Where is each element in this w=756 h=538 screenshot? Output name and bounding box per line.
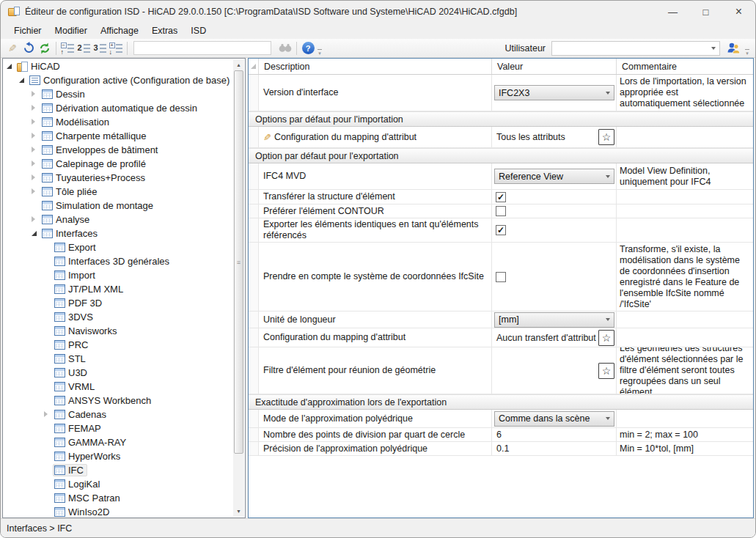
attribute-filter-button[interactable]: ☆ xyxy=(598,330,614,346)
tree-item[interactable]: ANSYS Workbench xyxy=(3,394,233,408)
tree-item[interactable]: PRC xyxy=(3,338,233,352)
config-row[interactable]: Mode de l'approximation polyédriqueComme… xyxy=(249,410,753,428)
tree-item[interactable]: Import xyxy=(3,268,233,282)
config-row[interactable]: Nombre des points de division par quart … xyxy=(249,428,753,442)
column-header-commentaire[interactable]: Commentaire xyxy=(617,59,753,74)
value-checkbox[interactable]: ✓ xyxy=(496,192,506,202)
config-row[interactable]: Prendre en compte le système de coordonn… xyxy=(249,243,753,312)
scrollbar-thumb[interactable]: ≡ xyxy=(234,70,243,454)
tree-item[interactable]: Calepinage de profilé xyxy=(3,157,233,171)
undo-button[interactable] xyxy=(21,40,37,56)
expander-collapsed-icon[interactable] xyxy=(30,160,38,168)
expander-collapsed-icon[interactable] xyxy=(30,174,38,182)
expander-expanded-icon[interactable] xyxy=(30,229,38,237)
value-checkbox[interactable]: ✓ xyxy=(496,225,506,235)
expander-collapsed-icon[interactable] xyxy=(43,410,51,419)
tree-item[interactable]: Modélisation xyxy=(3,115,233,129)
tree-item[interactable]: Interfaces xyxy=(3,226,233,240)
tree-item[interactable]: Tuyauteries+Process xyxy=(3,171,233,185)
config-row[interactable]: Transférer la structure d'élément✓ xyxy=(249,190,753,204)
tree-item[interactable]: VRML xyxy=(3,380,233,394)
expander-collapsed-icon[interactable] xyxy=(30,90,38,98)
value-checkbox[interactable] xyxy=(496,206,506,216)
help-button[interactable]: ? xyxy=(300,40,316,56)
tree-item[interactable]: Dessin xyxy=(3,87,233,101)
expand-level-2-button[interactable]: 2 xyxy=(76,40,92,56)
tree-item[interactable]: Configuration active (Configuration de b… xyxy=(3,73,233,87)
minimize-button[interactable]: — xyxy=(656,1,689,23)
config-row[interactable]: Unité de longueur[mm] xyxy=(249,312,753,328)
close-button[interactable]: × xyxy=(722,1,755,23)
refresh-button[interactable] xyxy=(37,40,53,56)
value-checkbox[interactable] xyxy=(496,272,506,282)
value-combobox[interactable]: Reference View xyxy=(494,169,614,184)
tree-item[interactable]: JT/PLM XML xyxy=(3,282,233,296)
select-all-corner[interactable] xyxy=(249,59,259,74)
config-row[interactable]: ✎Configuration du mapping d'attributTous… xyxy=(249,127,753,148)
config-row[interactable]: Configuration du mapping d'attributAucun… xyxy=(249,328,753,347)
tree-item[interactable]: Navisworks xyxy=(3,324,233,338)
search-input[interactable] xyxy=(133,41,271,55)
value-combobox[interactable]: Comme dans la scène xyxy=(494,411,614,427)
tree-item[interactable]: Interfaces 3D générales xyxy=(3,254,233,268)
tree-item[interactable]: LogiKal xyxy=(3,477,233,491)
toolbar-overflow-button[interactable]: ▾ xyxy=(744,41,751,56)
tree-item[interactable]: IFC xyxy=(3,463,233,477)
tree-item[interactable]: Simulation de montage xyxy=(3,199,233,213)
expander-expanded-icon[interactable] xyxy=(5,62,13,70)
maximize-button[interactable]: □ xyxy=(689,1,722,23)
expander-collapsed-icon[interactable] xyxy=(30,215,38,224)
expander-collapsed-icon[interactable] xyxy=(30,104,38,112)
expander-collapsed-icon[interactable] xyxy=(30,132,38,140)
menu-item-affichage[interactable]: Affichage xyxy=(94,24,145,37)
value-combobox[interactable]: [mm] xyxy=(494,312,614,328)
config-row[interactable]: Exporter les éléments identiques en tant… xyxy=(249,218,753,243)
tree-item[interactable]: Tôle pliée xyxy=(3,185,233,199)
attribute-filter-button[interactable]: ☆ xyxy=(598,363,614,379)
tree-item[interactable]: 3DVS xyxy=(3,310,233,324)
tree-item[interactable]: GAMMA-RAY xyxy=(3,435,233,449)
tree-item[interactable]: HiCAD xyxy=(3,59,233,73)
expander-collapsed-icon[interactable] xyxy=(30,146,38,154)
expand-tree-button[interactable]: + ↓ xyxy=(108,40,124,56)
attribute-filter-button[interactable]: ☆ xyxy=(598,129,614,145)
tree-item[interactable]: Analyse xyxy=(3,213,233,226)
config-row[interactable]: IFC4 MVDReference ViewModel View Definit… xyxy=(249,163,753,190)
tree-item[interactable]: Charpente métallique xyxy=(3,129,233,143)
tree-item[interactable]: WinIso2D xyxy=(3,505,233,517)
menu-item-fichier[interactable]: Fichier xyxy=(7,24,48,37)
value-combobox[interactable]: IFC2X3 xyxy=(494,85,614,100)
column-header-valeur[interactable]: Valeur xyxy=(492,59,617,74)
collapse-tree-button[interactable]: − ↑ xyxy=(59,40,76,56)
tree-item[interactable]: PDF 3D xyxy=(3,296,233,310)
expander-collapsed-icon[interactable] xyxy=(30,188,38,196)
tree-item[interactable]: Enveloppes de bâtiment xyxy=(3,143,233,157)
tree-item[interactable]: U3D xyxy=(3,366,233,380)
expander-expanded-icon[interactable] xyxy=(18,76,26,84)
tree-item[interactable]: MSC Patran xyxy=(3,491,233,505)
edit-value-button[interactable]: ✎ xyxy=(4,40,21,56)
tree-scrollbar[interactable]: ▲ ≡ ▼ xyxy=(233,59,244,517)
tree-item[interactable]: STL xyxy=(3,352,233,366)
tree-item[interactable]: Cadenas xyxy=(3,408,233,421)
toolbar-overflow-button[interactable]: ▾ xyxy=(316,41,323,56)
expand-level-3-button[interactable]: 3 xyxy=(92,40,108,56)
tree-item[interactable]: Dérivation automatique de dessin xyxy=(3,101,233,115)
menu-item-isd[interactable]: ISD xyxy=(184,24,213,37)
find-button[interactable] xyxy=(277,40,293,56)
column-header-description[interactable]: Description xyxy=(259,59,492,74)
config-row[interactable]: Préférer l'élément CONTOUR xyxy=(249,204,753,218)
scroll-up-icon[interactable]: ▲ xyxy=(233,59,244,70)
menu-item-extras[interactable]: Extras xyxy=(145,24,184,37)
user-management-button[interactable] xyxy=(724,40,742,56)
scroll-down-icon[interactable]: ▼ xyxy=(233,506,244,517)
tree-item[interactable]: FEMAP xyxy=(3,421,233,435)
expander-collapsed-icon[interactable] xyxy=(30,118,38,126)
tree-item[interactable]: Export xyxy=(3,240,233,254)
tree-item[interactable]: HyperWorks xyxy=(3,449,233,463)
menu-item-modifier[interactable]: Modifier xyxy=(48,24,94,37)
config-row[interactable]: Version d'interfaceIFC2X3Lors de l'impor… xyxy=(249,75,753,111)
user-combobox[interactable] xyxy=(551,41,720,56)
config-row[interactable]: Filtre d'élément pour réunion de géométr… xyxy=(249,347,753,394)
config-row[interactable]: Précision de l'approximation polyédrique… xyxy=(249,442,753,456)
